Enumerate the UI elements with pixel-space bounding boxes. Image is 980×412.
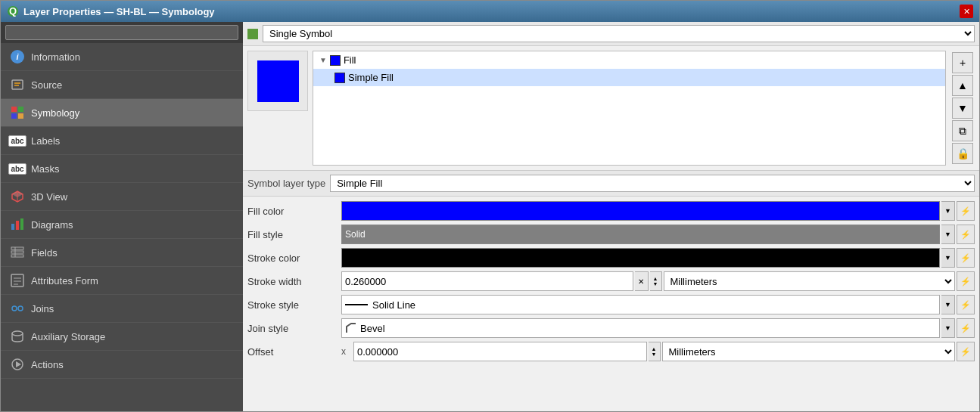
sidebar-item-masks[interactable]: abc Masks	[1, 155, 243, 183]
stroke-style-label: Stroke style	[247, 299, 338, 311]
fill-style-arrow[interactable]: ▼	[941, 225, 955, 244]
sidebar-item-diagrams[interactable]: Diagrams	[1, 211, 243, 239]
fields-icon	[10, 245, 25, 260]
fill-color-button[interactable]	[341, 201, 940, 221]
join-style-data-defined[interactable]: ⚡	[957, 318, 975, 338]
sidebar-item-label: Diagrams	[31, 219, 73, 231]
tree-arrow-fill: ▼	[319, 56, 327, 64]
sidebar-item-label: Auxiliary Storage	[31, 331, 105, 342]
fill-style-row: Fill style Solid ▼ ⚡	[247, 225, 975, 244]
offset-unit[interactable]: Millimeters	[662, 342, 956, 361]
offset-spin[interactable]: ▲ ▼	[649, 342, 661, 361]
fill-style-control: Solid ▼ ⚡	[341, 225, 975, 244]
sidebar-item-label: 3D View	[31, 191, 67, 203]
title-bar-left: Q Layer Properties — SH-BL — Symbology	[7, 5, 215, 17]
join-style-value: Bevel	[360, 323, 385, 334]
symbol-tree-fill[interactable]: ▼ Fill	[313, 51, 945, 69]
fill-color-arrow-button[interactable]: ▼	[941, 201, 955, 221]
svg-rect-6	[18, 113, 23, 119]
properties-area: Fill color ▼ ⚡ Fill style Solid ▼	[243, 197, 979, 411]
symbol-type-select[interactable]: Single Symbol	[263, 25, 975, 42]
sidebar: i Information Source	[1, 22, 243, 411]
symbol-tree-buttons: + ▲ ▼ ⧉ 🔒	[950, 51, 975, 166]
symbol-area: ▼ Fill Simple Fill + ▲ ▼ ⧉ �	[243, 46, 979, 171]
join-style-preview: Bevel	[341, 318, 940, 338]
info-icon: i	[10, 49, 25, 64]
symbol-tree: ▼ Fill Simple Fill	[313, 51, 946, 166]
sidebar-item-label: Masks	[31, 163, 60, 175]
symbol-type-bar: Single Symbol	[243, 22, 979, 46]
fill-style-data-defined[interactable]: ⚡	[957, 225, 975, 244]
join-style-control: Bevel ▼ ⚡	[341, 318, 975, 338]
sidebar-item-information[interactable]: i Information	[1, 43, 243, 71]
move-up-button[interactable]: ▲	[952, 75, 973, 96]
qgis-icon: Q	[7, 5, 19, 17]
stroke-color-data-defined[interactable]: ⚡	[957, 248, 975, 268]
sidebar-item-attributes-form[interactable]: Attributes Form	[1, 267, 243, 295]
sidebar-item-3dview[interactable]: 3D View	[1, 183, 243, 211]
svg-rect-10	[11, 224, 14, 230]
close-button[interactable]: ✕	[960, 5, 973, 18]
offset-label: Offset	[247, 346, 338, 358]
fill-style-label: Fill style	[247, 229, 338, 240]
3dview-icon	[10, 189, 25, 204]
layer-type-select[interactable]: Simple Fill	[330, 175, 975, 192]
stroke-color-button[interactable]	[341, 248, 940, 268]
sidebar-item-labels[interactable]: abc Labels	[1, 127, 243, 155]
sidebar-item-fields[interactable]: Fields	[1, 239, 243, 267]
simple-fill-label: Simple Fill	[348, 72, 394, 83]
sidebar-item-actions[interactable]: Actions	[1, 351, 243, 379]
stroke-width-row: Stroke width ✕ ▲ ▼ Millimeters ⚡	[247, 271, 975, 291]
stroke-style-data-defined[interactable]: ⚡	[957, 295, 975, 314]
bevel-icon	[345, 322, 357, 334]
lock-button[interactable]: 🔒	[952, 143, 973, 164]
svg-rect-13	[11, 247, 23, 249]
symbol-preview	[247, 51, 308, 111]
fill-color-control: ▼ ⚡	[341, 201, 975, 221]
svg-marker-25	[16, 361, 21, 367]
symbol-tree-simple-fill[interactable]: Simple Fill	[313, 69, 945, 86]
stroke-style-control: Solid Line ▼ ⚡	[341, 295, 975, 314]
svg-rect-12	[20, 218, 23, 230]
duplicate-button[interactable]: ⧉	[952, 120, 973, 141]
stroke-color-row: Stroke color ▼ ⚡	[247, 248, 975, 268]
svg-rect-2	[12, 80, 23, 89]
diagrams-icon	[10, 217, 25, 232]
move-down-button[interactable]: ▼	[952, 98, 973, 119]
offset-x-label: x	[341, 346, 352, 357]
stroke-width-control: ✕ ▲ ▼ Millimeters ⚡	[341, 271, 975, 291]
layer-properties-window: Q Layer Properties — SH-BL — Symbology ✕…	[0, 0, 980, 412]
title-bar: Q Layer Properties — SH-BL — Symbology ✕	[1, 1, 979, 22]
offset-control: x ▲ ▼ Millimeters ⚡	[341, 342, 975, 361]
svg-rect-3	[11, 107, 17, 112]
stroke-width-clear[interactable]: ✕	[635, 271, 649, 291]
sidebar-item-label: Fields	[31, 247, 58, 259]
sidebar-item-auxiliary-storage[interactable]: Auxiliary Storage	[1, 323, 243, 351]
stroke-color-arrow[interactable]: ▼	[941, 248, 955, 268]
add-layer-button[interactable]: +	[952, 52, 973, 73]
sidebar-item-symbology[interactable]: Symbology	[1, 99, 243, 127]
sidebar-item-joins[interactable]: Joins	[1, 295, 243, 323]
join-style-label: Join style	[247, 323, 338, 334]
stroke-width-unit[interactable]: Millimeters	[664, 271, 956, 291]
fill-label: Fill	[344, 54, 356, 66]
stroke-width-input[interactable]	[341, 271, 633, 291]
offset-data-defined[interactable]: ⚡	[957, 342, 975, 361]
sidebar-item-label: Symbology	[31, 107, 79, 119]
joins-icon	[10, 301, 25, 316]
auxstorage-icon	[10, 329, 25, 344]
stroke-style-arrow[interactable]: ▼	[941, 295, 955, 314]
stroke-width-data-defined[interactable]: ⚡	[957, 271, 975, 291]
search-input[interactable]	[5, 25, 238, 40]
blue-fill-preview	[257, 60, 299, 102]
fill-color-data-defined[interactable]: ⚡	[957, 201, 975, 221]
stroke-width-spin[interactable]: ▲ ▼	[650, 271, 662, 291]
offset-x-input[interactable]	[353, 342, 647, 361]
attrform-icon	[10, 273, 25, 288]
sidebar-item-label: Joins	[31, 303, 54, 314]
sidebar-item-source[interactable]: Source	[1, 71, 243, 99]
join-style-arrow[interactable]: ▼	[941, 318, 955, 338]
fill-color-label: Fill color	[247, 206, 338, 217]
svg-point-23	[12, 331, 23, 336]
symbology-icon	[10, 105, 25, 120]
